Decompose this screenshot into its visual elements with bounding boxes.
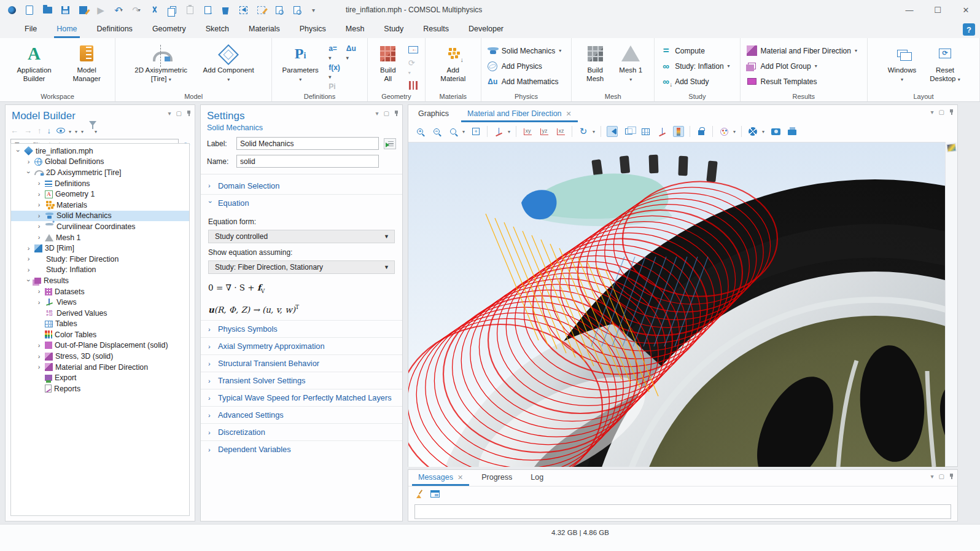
expand-icon[interactable]: ›	[36, 299, 42, 306]
messages-output-area[interactable]	[414, 504, 951, 519]
collapse-all-button[interactable]: ▾	[71, 126, 71, 135]
tree-item-curvilinear-coordinates[interactable]: ›Curvilinear Coordinates	[11, 221, 189, 232]
preview-selection-button[interactable]	[290, 3, 303, 17]
menu-tab-geometry[interactable]: Geometry	[142, 20, 196, 38]
section-advanced-settings[interactable]: ›Advanced Settings	[201, 406, 402, 423]
plot-group-button[interactable]: Material and Fiber Direction ▾	[747, 44, 857, 57]
close-tab-icon[interactable]: ✕	[457, 474, 463, 482]
menu-tab-results[interactable]: Results	[413, 20, 459, 38]
pin-icon[interactable]	[394, 111, 399, 116]
duplicate-button[interactable]	[201, 3, 214, 17]
float-panel-icon[interactable]: ▢	[176, 110, 182, 117]
panel-menu-icon[interactable]: ▾	[376, 110, 379, 117]
section-dependent-variables[interactable]: ›Dependent Variables	[201, 440, 402, 458]
show-icon[interactable]	[56, 128, 65, 133]
add-material-button[interactable]: ↓ Add Material	[434, 43, 472, 85]
expand-icon[interactable]: ›	[36, 201, 42, 208]
expand-icon[interactable]: ›	[36, 191, 42, 198]
clear-messages-icon[interactable]	[416, 490, 424, 498]
reset-orientation-icon[interactable]: ↻	[578, 126, 589, 137]
panel-menu-icon[interactable]: ▾	[931, 473, 934, 480]
equation-form-select[interactable]: Study controlled▼	[208, 230, 395, 243]
run-button[interactable]: ▶	[94, 3, 107, 17]
tree-item-geometry-1[interactable]: ›Geometry 1	[11, 189, 189, 200]
tree-item-reports[interactable]: Reports	[11, 383, 189, 394]
expand-icon[interactable]: ›	[25, 277, 32, 284]
print-icon[interactable]	[787, 126, 798, 137]
variables-button[interactable]: a= ▾	[329, 44, 340, 61]
rename-icon[interactable]	[384, 138, 396, 149]
snapshot-icon[interactable]	[770, 126, 781, 137]
expand-icon[interactable]: ›	[36, 180, 42, 187]
tree-item-stress-3d[interactable]: ›Stress, 3D (solid)	[11, 351, 189, 362]
windows-button[interactable]: Windows▾	[884, 43, 920, 85]
expand-icon[interactable]: ›	[36, 342, 42, 349]
tree-item-tire-inflation-mph[interactable]: ›tire_inflation.mph	[11, 146, 189, 157]
open-file-button[interactable]	[41, 3, 54, 17]
save-button[interactable]	[58, 3, 72, 17]
expand-icon[interactable]: ›	[15, 147, 21, 154]
customize-toolbar-button[interactable]: ▾	[308, 3, 321, 17]
add-plot-group-button[interactable]: Add Plot Group ▾	[747, 60, 857, 72]
tree-item-study-fiber-direction[interactable]: ›Study: Fiber Direction	[11, 254, 189, 265]
model-tree-nodes-button[interactable]: ▾	[83, 126, 84, 135]
tree-item-derived-values[interactable]: Derived Values	[11, 308, 189, 319]
delete-button[interactable]	[219, 3, 232, 17]
insert-sequence-icon[interactable]	[408, 44, 419, 55]
forward-icon[interactable]: →	[24, 126, 32, 135]
tree-item-solid-mechanics[interactable]: ›Solid Mechanics	[11, 211, 189, 222]
menu-tab-mesh[interactable]: Mesh	[336, 20, 375, 38]
plot-thumbnail-icon[interactable]	[946, 143, 956, 152]
parameters-button[interactable]: Pi Parameters▾	[278, 43, 322, 85]
panel-menu-icon[interactable]: ▾	[168, 110, 171, 117]
menu-tab-sketch[interactable]: Sketch	[196, 20, 239, 38]
show-axes-icon[interactable]	[656, 126, 667, 137]
preview-button[interactable]	[272, 3, 286, 17]
add-component-button[interactable]: Add Component ▾	[199, 43, 258, 85]
axisymmetric-component-button[interactable]: 2D Axisymmetric [Tire] ▾	[129, 43, 193, 85]
back-icon[interactable]: ←	[10, 126, 18, 135]
tree-item-color-tables[interactable]: Color Tables	[11, 329, 189, 340]
expand-icon[interactable]: ›	[25, 267, 32, 273]
add-study-button[interactable]: ∞↓ Add Study	[661, 75, 729, 88]
open-messages-window-icon[interactable]	[430, 490, 440, 498]
color-legend-icon[interactable]	[673, 126, 684, 137]
name-field[interactable]	[236, 155, 379, 168]
section-typical-wave-speed-for-perfectly-matched-layers[interactable]: ›Typical Wave Speed for Perfectly Matche…	[201, 389, 402, 406]
geometry-parts-icon[interactable]	[408, 80, 419, 90]
application-builder-button[interactable]: A Application Builder	[10, 43, 58, 85]
appearance-icon[interactable]	[718, 126, 729, 137]
functions-button[interactable]: f(x) ▾	[329, 63, 340, 80]
pin-icon[interactable]	[949, 109, 954, 115]
zoom-box-icon[interactable]	[448, 126, 459, 137]
menu-tab-developer[interactable]: Developer	[459, 20, 513, 38]
expand-icon[interactable]: ›	[36, 288, 42, 295]
expand-icon[interactable]: ›	[36, 223, 42, 230]
reset-desktop-button[interactable]: ⟳ Reset Desktop ▾	[927, 43, 963, 85]
build-all-button[interactable]: Build All	[374, 43, 402, 85]
show-grid-icon[interactable]	[640, 126, 651, 137]
study-inflation-button[interactable]: ∞ Study: Inflation ▾	[661, 60, 729, 72]
close-button[interactable]: ✕	[952, 0, 980, 20]
section-discretization[interactable]: ›Discretization	[201, 423, 402, 440]
menu-tab-file[interactable]: File	[15, 20, 47, 38]
messages-tab-log[interactable]: Log	[529, 471, 545, 486]
float-panel-icon[interactable]: ▢	[384, 110, 389, 117]
float-panel-icon[interactable]: ▢	[939, 473, 944, 480]
tree-item-out-of-plane-displacement[interactable]: ›Out-of-Plane Displacement (solid)	[11, 340, 189, 351]
messages-tab-progress[interactable]: Progress	[480, 471, 513, 486]
expand-icon[interactable]: ›	[36, 364, 42, 370]
tree-item-definitions[interactable]: ›Definitions	[11, 178, 189, 189]
graphics-tab-material-and-fiber-direction[interactable]: Material and Fiber Direction✕	[466, 107, 573, 122]
update-geometry-button[interactable]: ⟳ ▾	[408, 58, 419, 76]
tree-item-study-inflation[interactable]: ›Study: Inflation	[11, 265, 189, 276]
panel-menu-icon[interactable]: ▾	[931, 109, 934, 115]
section-equation[interactable]: ›Equation	[201, 194, 402, 211]
float-panel-icon[interactable]: ▢	[939, 109, 944, 115]
tree-item-mesh-1[interactable]: ›Mesh 1	[11, 232, 189, 243]
add-physics-button[interactable]: Add Physics	[488, 60, 561, 72]
tree-item-export[interactable]: Export	[11, 372, 189, 383]
section-transient-solver-settings[interactable]: ›Transient Solver Settings	[201, 372, 402, 389]
messages-tab-messages[interactable]: Messages✕	[417, 471, 464, 486]
zoom-extents-icon[interactable]: +	[470, 126, 481, 137]
